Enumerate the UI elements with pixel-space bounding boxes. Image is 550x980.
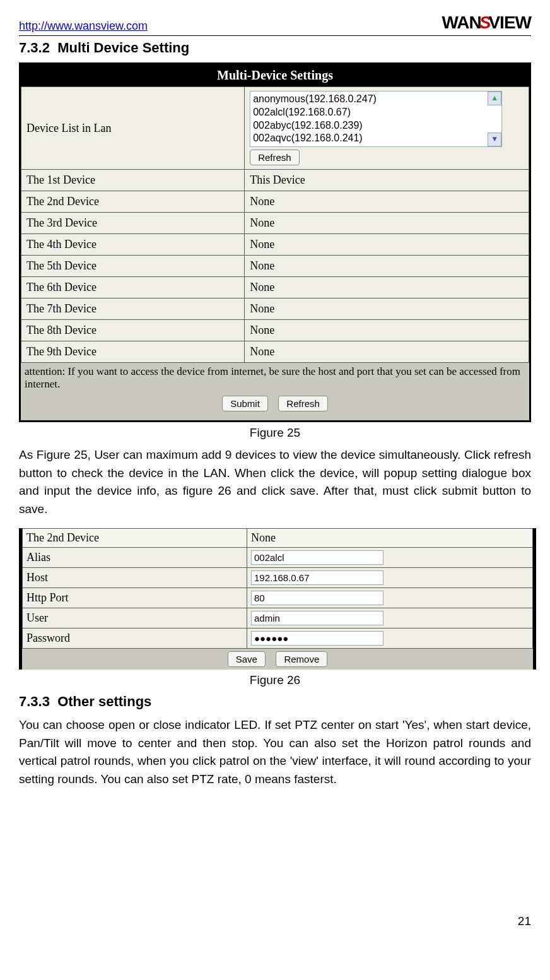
section-heading-multi-device: 7.3.2 Multi Device Setting	[19, 40, 531, 56]
device-row-label: The 5th Device	[21, 256, 245, 277]
app-titlebar: Multi-Device Settings	[21, 64, 529, 86]
lan-item-0[interactable]: anonymous(192.168.0.247)	[253, 93, 499, 106]
header-url-link[interactable]: http://www.wansview.com	[19, 20, 148, 33]
scroll-down-icon[interactable]: ▼	[488, 133, 501, 146]
device-row-value[interactable]: None	[245, 191, 529, 213]
device-row-label: The 7th Device	[21, 298, 245, 320]
device-row-value[interactable]: None	[245, 277, 529, 298]
figure-25-caption: Figure 25	[19, 426, 531, 440]
device-list-box[interactable]: ▲ anonymous(192.168.0.247) 002alcl(192.1…	[250, 91, 502, 147]
f26-header-value: None	[247, 529, 532, 548]
remove-button[interactable]: Remove	[276, 651, 327, 667]
page-number: 21	[19, 914, 531, 928]
device-row-value[interactable]: None	[245, 256, 529, 277]
figure-26-caption: Figure 26	[19, 673, 531, 687]
paragraph-2: You can choose open or close indicator L…	[19, 716, 531, 788]
attention-text: attention: If you want to access the dev…	[21, 363, 529, 393]
logo-pre: WAN	[442, 13, 481, 32]
device-row-label: The 6th Device	[21, 277, 245, 298]
submit-button[interactable]: Submit	[222, 396, 268, 411]
user-label: User	[23, 608, 247, 629]
paragraph-1: As Figure 25, User can maximum add 9 dev…	[19, 446, 531, 518]
alias-input[interactable]	[251, 550, 383, 565]
http-port-label: Http Port	[23, 588, 247, 608]
section-number-2: 7.3.3	[19, 694, 50, 709]
device-row-label: The 8th Device	[21, 320, 245, 341]
device-list-label: Device List in Lan	[21, 87, 245, 170]
f26-header-label: The 2nd Device	[23, 529, 247, 548]
device-row-label: The 1st Device	[21, 170, 245, 191]
host-input[interactable]	[251, 570, 383, 585]
device-row-value[interactable]: None	[245, 341, 529, 363]
device-row-value[interactable]: None	[245, 320, 529, 341]
device-row-label: The 4th Device	[21, 234, 245, 256]
save-button[interactable]: Save	[228, 651, 266, 667]
section-title: Multi Device Setting	[57, 40, 189, 56]
figure-26: The 2nd Device None Alias Host Http Port…	[19, 528, 536, 670]
password-label: Password	[23, 629, 247, 649]
section-number: 7.3.2	[19, 40, 50, 56]
device-row-value[interactable]: This Device	[245, 170, 529, 191]
device-row-label: The 9th Device	[21, 341, 245, 363]
device-row-value[interactable]: None	[245, 234, 529, 256]
device-row-value[interactable]: None	[245, 213, 529, 234]
scroll-up-icon[interactable]: ▲	[488, 92, 501, 105]
lan-item-2[interactable]: 002abyc(192.168.0.239)	[253, 119, 499, 133]
logo-post: VIEW	[488, 13, 531, 32]
section-heading-other-settings: 7.3.3 Other settings	[19, 694, 531, 710]
section-title-2: Other settings	[57, 694, 151, 709]
refresh-button-lan[interactable]: Refresh	[250, 150, 300, 165]
http-port-input[interactable]	[251, 591, 383, 605]
refresh-button-bottom[interactable]: Refresh	[278, 396, 328, 411]
password-input[interactable]	[251, 631, 383, 646]
device-row-label: The 3rd Device	[21, 213, 245, 234]
alias-label: Alias	[23, 548, 247, 568]
device-row-label: The 2nd Device	[21, 191, 245, 213]
device-row-value[interactable]: None	[245, 298, 529, 320]
brand-logo: WANSVIEW	[442, 13, 531, 33]
lan-item-3[interactable]: 002aqvc(192.168.0.241)	[253, 132, 499, 145]
host-label: Host	[23, 568, 247, 588]
device-list-cell: ▲ anonymous(192.168.0.247) 002alcl(192.1…	[245, 87, 529, 170]
figure-25: Multi-Device Settings Device List in Lan…	[19, 62, 531, 422]
user-input[interactable]	[251, 611, 383, 625]
lan-item-1[interactable]: 002alcl(192.168.0.67)	[253, 106, 499, 119]
